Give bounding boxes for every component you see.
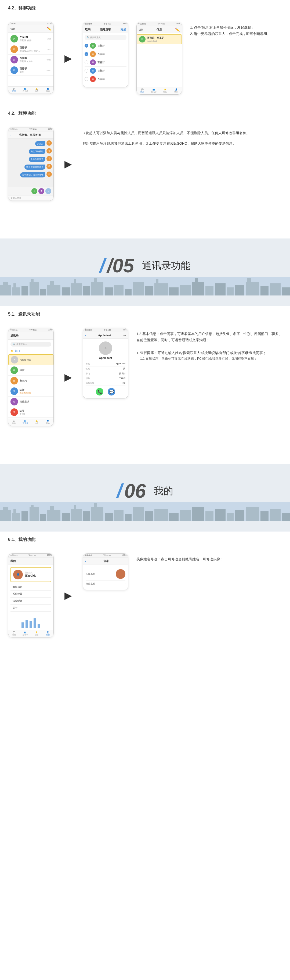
contact-item-apple[interactable]: A Apple test [8, 354, 54, 365]
group-contact-item[interactable]: 百 百善群 [85, 67, 127, 75]
highlighted-contact-item[interactable]: 百 百善群、马玉芝 Apple test [137, 34, 182, 44]
back-button[interactable]: ‹ [85, 334, 86, 337]
tab-my[interactable]: 👤我的 [42, 419, 54, 426]
avatar: 百 [90, 59, 96, 65]
more-button[interactable]: ⋯ [49, 134, 51, 137]
city-skyline [0, 277, 290, 296]
back-button[interactable]: 取消 [85, 28, 90, 32]
uncheck-icon [85, 77, 88, 81]
svg-rect-38 [0, 510, 11, 521]
group-contact-item[interactable]: 百 百善群 [85, 58, 127, 67]
tab-activity[interactable]: 🔔动态 [31, 419, 42, 426]
svg-rect-63 [205, 511, 214, 521]
spacer [0, 437, 290, 453]
contact-name: 百善群 [97, 52, 105, 56]
tab-contacts[interactable]: 👥通讯录 [20, 630, 31, 637]
contact-info: 程重亲试 [20, 400, 29, 404]
tab-messages[interactable]: 💬消息 [8, 630, 20, 637]
phone-new-group: 中国移动 下午4:38 99% 取消 新建群聊 完成 🔍 搜索联系人 ✓ 百 百… [83, 22, 128, 88]
group-contact-item[interactable]: ✓ 百 百善群 [85, 50, 127, 58]
search-bar[interactable]: 🔍 搜索联系人 [85, 35, 127, 40]
tab-bar: 💬消息 👥通讯录 🔔动态 👤我的 [8, 86, 54, 94]
search-placeholder: 搜索联系人 [16, 343, 27, 346]
dept-item[interactable]: 📁 部门 [8, 348, 54, 354]
avatar-label: 头像名称 [86, 573, 95, 576]
svg-rect-48 [62, 513, 70, 521]
tab-messages[interactable]: 💬消息 [137, 88, 148, 94]
contact-item[interactable]: 陈 陈新 电话通话在线 [8, 386, 54, 396]
my-avatar: 👤 [13, 570, 23, 579]
back-button[interactable]: ‹ [85, 560, 86, 563]
compose-icon[interactable]: ✏️ [175, 27, 180, 32]
msg-name: 百善群、马玉芝 [147, 36, 179, 40]
svg-rect-70 [282, 513, 290, 521]
member-avatar: + [45, 188, 51, 194]
contact-item[interactable]: 陈 陈美 不在线 [8, 407, 54, 418]
svg-rect-34 [260, 286, 268, 296]
my-id: 正在优化 [25, 571, 36, 574]
search-bar[interactable]: 🔍 搜索联系人 [11, 342, 51, 347]
tab-my[interactable]: 👤我的 [171, 88, 182, 94]
tab-activity[interactable]: 🔔动态 [31, 87, 42, 94]
contact-item[interactable]: 程 程雷 [8, 365, 54, 375]
back-button[interactable]: ‹ [11, 134, 11, 137]
carrier: 中国移动 [10, 554, 17, 557]
tab-contacts[interactable]: 👥通讯录 [20, 87, 31, 94]
msg-info: 百善群 语音 [20, 67, 45, 73]
done-button[interactable]: 完成 [120, 28, 126, 32]
tab-messages[interactable]: 💬消息 [8, 87, 20, 94]
list-item[interactable]: 百 百善群 邀请加入: 你好你好... 10:03 [8, 44, 54, 54]
input-placeholder[interactable]: 请输入内容 [11, 197, 51, 199]
contact-info: 陈新 电话通话在线 [20, 388, 31, 395]
menu-item-edit[interactable]: 编辑信息 [11, 584, 51, 591]
svg-rect-56 [125, 514, 132, 521]
demo-area-42-1: Carrier 12:00 信息 ✏️ 产 产品1群 百善群: 你好 10:05… [0, 14, 290, 103]
group-contact-item[interactable]: 百 百善群 [85, 75, 127, 83]
time: 12:00 [47, 22, 52, 24]
tab-my[interactable]: 👤我的 [42, 87, 54, 94]
feature-number: 06 [124, 480, 146, 502]
tab-my[interactable]: 👤我的 [42, 630, 54, 637]
detail-field: 职务 工程师 [86, 376, 125, 381]
note-text: 群组功能可完全脱离其他通讯工具使用，让工作更专注在云际SOHO，帮助大家更便捷的… [83, 140, 282, 146]
group-contact-item[interactable]: ✓ 百 百善群 [85, 42, 127, 50]
phone-messages: Carrier 12:00 信息 ✏️ 产 产品1群 百善群: 你好 10:05… [8, 22, 54, 94]
carrier: 中国移动 [85, 554, 92, 557]
profile-avatar-row[interactable]: 头像名称 [86, 568, 125, 581]
my-profile-header[interactable]: 👤 正在优化 正在优化 [11, 567, 51, 582]
edit-button[interactable]: 编辑 [139, 28, 143, 31]
msg-preview: 语音 [20, 70, 45, 73]
menu-item-settings[interactable]: 系统设置 [11, 591, 51, 598]
svg-rect-4 [13, 283, 16, 287]
compose-icon[interactable]: ✏️ [47, 27, 51, 31]
list-item[interactable]: 百 百善群 语音 09:45 [8, 65, 54, 76]
tab-activity[interactable]: 🔔动态 [159, 88, 171, 94]
menu-item-about[interactable]: 关于 [11, 605, 51, 612]
contact-item[interactable]: 曹 曹卓均 [8, 375, 54, 386]
contact-item[interactable]: 程 程重亲试 [8, 396, 54, 407]
more-btn[interactable]: ⋯ [123, 334, 126, 337]
tab-contacts[interactable]: 👥通讯录 [20, 419, 31, 426]
message-header: 编辑 信息 ✏️ [137, 26, 182, 33]
field-value: Apple test [116, 363, 125, 365]
tab-messages[interactable]: 💬消息 [8, 419, 20, 426]
svg-rect-17 [105, 287, 113, 296]
menu-item-cache[interactable]: 清除缓存 [11, 598, 51, 605]
new-group-title: 新建群聊 [100, 28, 111, 32]
svg-rect-65 [227, 513, 234, 521]
svg-rect-45 [40, 514, 46, 521]
tab-activity[interactable]: 🔔动态 [31, 630, 42, 637]
chat-bubble: 明天大家都到位了 [24, 165, 45, 170]
contact-name: Apple test [20, 358, 31, 361]
section-61: 6.1、我的功能 中国移动 下午3:38 100% 我的 👤 正在优化 正在优化 [0, 531, 290, 646]
contacts-header: 通讯录 [8, 332, 54, 340]
message-button[interactable]: 💬 [108, 388, 115, 396]
new-group-content: 🔍 搜索联系人 ✓ 百 百善群 ✓ 百 百善群 百 百善群 [83, 33, 128, 87]
profile-row-name[interactable]: 修改名称 › [86, 581, 125, 587]
tab-contacts[interactable]: 👥通讯录 [148, 88, 159, 94]
list-item[interactable]: 百 百善群 百善群（文件） 09:58 [8, 54, 54, 65]
call-button[interactable]: 📞 [96, 388, 103, 396]
list-item[interactable]: 产 产品1群 百善群: 你好 10:05 [8, 33, 54, 44]
description-area-42-2: 3.发起人可以添加人员与删除人员，而普通通讯人员只能添加人员，不能删除人员。任何… [83, 127, 282, 152]
action-buttons: 📞 💬 [86, 388, 125, 396]
